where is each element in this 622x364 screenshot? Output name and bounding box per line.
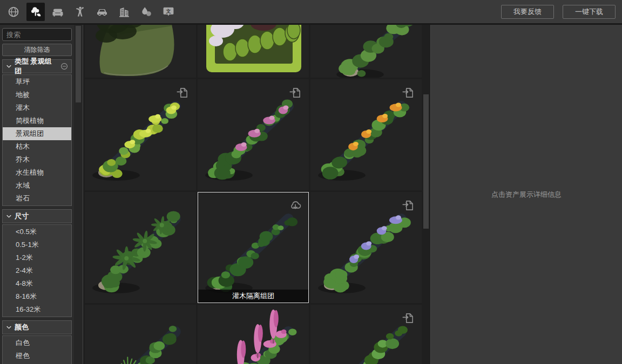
filter-option[interactable]: 草坪 <box>3 75 71 88</box>
language-icon <box>162 5 175 18</box>
top-toolbar: 我要反馈 一键下载 <box>0 0 622 25</box>
asset-tile[interactable] <box>198 79 309 190</box>
material-icon <box>140 5 153 18</box>
world-assets-button[interactable] <box>4 3 23 21</box>
filter-section-header[interactable]: 类型 景观组团 <box>2 59 72 73</box>
filter-option[interactable]: 4-8米 <box>3 277 71 290</box>
asset-tile[interactable] <box>85 305 196 364</box>
filter-option[interactable]: 灌木 <box>3 101 71 114</box>
filter-option[interactable]: 水生植物 <box>3 166 71 179</box>
asset-thumbnail <box>310 25 422 78</box>
asset-grid-area: 灌木隔离组团 <box>83 25 422 364</box>
filter-section-header[interactable]: 尺寸 <box>2 209 72 223</box>
cloud-download-icon[interactable] <box>288 198 302 212</box>
filter-option[interactable]: 0.5-1米 <box>3 238 71 251</box>
asset-tile[interactable] <box>310 192 422 303</box>
filter-option[interactable]: 地被 <box>3 88 71 101</box>
filter-option[interactable]: 橙色 <box>3 349 71 362</box>
filter-option[interactable]: 白色 <box>3 336 71 349</box>
search-input[interactable] <box>2 28 72 41</box>
filter-option[interactable]: 2-4米 <box>3 264 71 277</box>
sidebar-scrollbar[interactable] <box>74 25 83 364</box>
asset-tile[interactable] <box>85 79 196 190</box>
import-to-scene-icon[interactable] <box>288 86 302 100</box>
asset-tile[interactable] <box>310 79 422 190</box>
filter-section-title: 尺寸 <box>15 211 29 221</box>
detail-placeholder-text: 点击资产展示详细信息 <box>491 190 562 200</box>
filter-section: 颜色 白色橙色粉色 <box>2 320 72 364</box>
filter-option[interactable]: 8-16米 <box>3 290 71 303</box>
clear-filter-button[interactable]: 清除筛选 <box>2 44 72 56</box>
buildings-assets-button[interactable] <box>115 3 133 21</box>
sidebar-scrollbar-thumb[interactable] <box>76 26 81 102</box>
grid-scrollbar-thumb[interactable] <box>423 94 429 229</box>
detail-panel: 点击资产展示详细信息 <box>431 25 622 364</box>
import-to-scene-icon[interactable] <box>401 311 415 325</box>
vehicles-assets-button[interactable] <box>93 3 111 21</box>
filter-options: <0.5米0.5-1米1-2米2-4米4-8米8-16米16-32米 <box>2 224 72 317</box>
people-assets-button[interactable] <box>71 3 89 21</box>
filter-option[interactable]: <0.5米 <box>3 225 71 238</box>
asset-tile[interactable] <box>198 305 309 364</box>
filter-option[interactable]: 岩石 <box>3 192 71 205</box>
import-to-scene-icon[interactable] <box>401 86 415 100</box>
filter-section: 类型 景观组团 草坪地被灌木简模植物景观组团枯木乔木水生植物水域岩石 <box>2 59 72 206</box>
asset-tile[interactable] <box>85 25 196 78</box>
chevron-down-icon <box>6 325 12 331</box>
chevron-down-icon <box>6 64 12 70</box>
filter-option[interactable]: 乔木 <box>3 153 71 166</box>
asset-thumbnail <box>198 25 309 78</box>
person-icon <box>73 5 86 18</box>
filter-option[interactable]: 简模植物 <box>3 114 71 127</box>
filter-section: 尺寸 <0.5米0.5-1米1-2米2-4米4-8米8-16米16-32米 <box>2 209 72 317</box>
filter-option[interactable]: 1-2米 <box>3 251 71 264</box>
filter-sidebar: 清除筛选 类型 景观组团 草坪地被灌木简模植物景观组团枯木乔木水生植物水域岩石 … <box>0 25 74 364</box>
filter-option[interactable]: 枯木 <box>3 140 71 153</box>
filter-section-header[interactable]: 颜色 <box>2 320 72 334</box>
filter-options: 白色橙色粉色 <box>2 335 72 364</box>
asset-grid: 灌木隔离组团 <box>85 25 422 364</box>
plants-icon <box>29 5 42 18</box>
import-to-scene-icon[interactable] <box>175 86 190 100</box>
import-to-scene-icon[interactable] <box>401 198 415 212</box>
download-all-button[interactable]: 一键下载 <box>563 5 616 19</box>
asset-thumbnail <box>85 25 196 78</box>
asset-thumbnail <box>85 192 196 303</box>
category-icon-bar <box>0 3 178 21</box>
furniture-assets-button[interactable] <box>49 3 67 21</box>
collapse-minus-icon[interactable] <box>60 63 68 70</box>
asset-tile[interactable]: 灌木隔离组团 <box>198 192 309 303</box>
filter-option[interactable]: 16-32米 <box>3 303 71 316</box>
asset-tile[interactable] <box>310 25 422 78</box>
grid-scrollbar[interactable] <box>422 25 431 364</box>
filter-option[interactable]: 水域 <box>3 179 71 192</box>
text-assets-button[interactable] <box>159 3 178 21</box>
filter-section-title: 类型 景观组团 <box>15 57 58 76</box>
building-icon <box>118 5 131 18</box>
materials-assets-button[interactable] <box>137 3 156 21</box>
asset-tile[interactable] <box>198 25 309 78</box>
filter-sections: 类型 景观组团 草坪地被灌木简模植物景观组团枯木乔木水生植物水域岩石 尺寸 <0… <box>0 59 74 364</box>
asset-tile[interactable] <box>85 192 196 303</box>
globe-icon <box>7 5 20 18</box>
asset-thumbnail <box>85 305 196 364</box>
sofa-icon <box>51 5 64 18</box>
chevron-down-icon <box>6 214 12 219</box>
filter-section-title: 颜色 <box>15 322 29 332</box>
asset-tile[interactable] <box>310 305 422 364</box>
filter-options: 草坪地被灌木简模植物景观组团枯木乔木水生植物水域岩石 <box>2 74 72 206</box>
car-icon <box>96 5 109 18</box>
asset-library-window: 我要反馈 一键下载 清除筛选 类型 景观组团 草坪地被灌木简模植物景观组团枯木乔… <box>0 0 622 364</box>
toolbar-actions: 我要反馈 一键下载 <box>501 5 622 19</box>
filter-option[interactable]: 景观组团 <box>3 127 71 140</box>
asset-thumbnail <box>198 305 309 364</box>
asset-caption: 灌木隔离组团 <box>198 290 308 303</box>
main-content: 清除筛选 类型 景观组团 草坪地被灌木简模植物景观组团枯木乔木水生植物水域岩石 … <box>0 25 622 364</box>
feedback-button[interactable]: 我要反馈 <box>501 5 554 19</box>
plants-assets-button[interactable] <box>26 3 45 21</box>
